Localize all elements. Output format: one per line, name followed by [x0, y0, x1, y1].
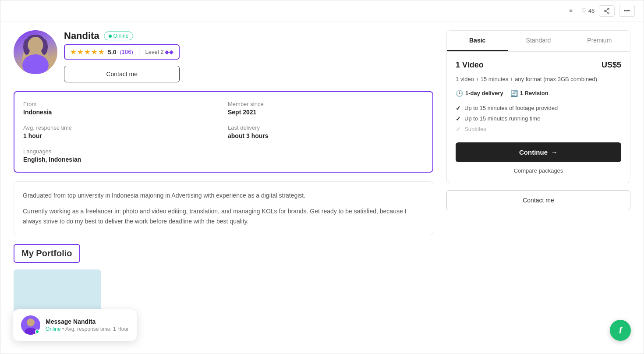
right-contact-button[interactable]: Contact me	[446, 190, 630, 210]
popup-online-dot	[35, 329, 39, 334]
svg-point-6	[22, 54, 49, 74]
left-column: Nandita Online ★ ★ ★ ★ ★	[14, 30, 433, 335]
rating-number: 5.0	[108, 49, 116, 56]
online-dot	[109, 35, 112, 38]
tab-basic[interactable]: Basic	[447, 31, 508, 51]
clock-icon: 🕐	[456, 90, 463, 97]
bio-paragraph-2: Currently working as a freelancer in: ph…	[23, 206, 424, 226]
portfolio-title: My Portfolio	[14, 244, 80, 263]
delivery-time: 🕐 1-day delivery	[456, 90, 503, 97]
heart-icon[interactable]: ♡	[581, 7, 587, 14]
info-card: From Indonesia Member since Sept 2021 Av…	[14, 91, 433, 173]
check-icon-1: ✓	[456, 105, 461, 112]
svg-point-12	[27, 319, 35, 326]
info-member-since: Member since Sept 2021	[228, 101, 424, 116]
share-button[interactable]	[599, 5, 615, 17]
package-title: 1 Video	[456, 60, 484, 70]
feature-subtitles: ✓ Subtitles	[456, 124, 621, 135]
profile-header: Nandita Online ★ ★ ★ ★ ★	[14, 30, 433, 82]
package-title-row: 1 Video US$5	[456, 60, 621, 70]
continue-button[interactable]: Continue →	[456, 142, 621, 162]
feature-runtime: ✓ Up to 15 minutes running time	[456, 113, 621, 124]
svg-point-10	[41, 39, 48, 55]
tab-standard[interactable]: Standard	[508, 31, 569, 51]
avatar-image	[14, 30, 57, 74]
name-row: Nandita Online	[64, 30, 180, 42]
info-languages: Languages English, Indonesian	[23, 148, 219, 163]
avatar-wrapper	[14, 30, 57, 74]
popup-avatar	[21, 315, 40, 335]
svg-point-0	[608, 8, 609, 10]
right-column: Basic Standard Premium 1 Video US$5 1 vi…	[446, 30, 630, 335]
more-options-button[interactable]: •••	[619, 5, 635, 17]
menu-icon[interactable]: ≡	[565, 5, 577, 16]
svg-point-7	[28, 38, 43, 53]
contact-me-button[interactable]: Contact me	[64, 66, 180, 82]
top-nav: ≡ ♡ 46 •••	[0, 0, 644, 21]
profile-info: Nandita Online ★ ★ ★ ★ ★	[64, 30, 180, 82]
package-description: 1 video + 15 minutes + any format (max 3…	[456, 75, 621, 84]
fab-button[interactable]: f	[610, 320, 631, 341]
tab-premium[interactable]: Premium	[569, 31, 630, 51]
svg-point-9	[23, 39, 30, 55]
avatar	[14, 30, 57, 74]
arrow-icon: →	[551, 149, 558, 156]
info-from: From Indonesia	[23, 101, 219, 116]
rating-count: (186)	[120, 49, 133, 55]
compare-packages-link[interactable]: Compare packages	[456, 167, 621, 174]
svg-line-4	[606, 9, 608, 10]
stars: ★ ★ ★ ★ ★	[70, 48, 104, 56]
info-response-time: Avg. response time 1 hour	[23, 124, 219, 139]
popup-name: Message Nandita	[46, 318, 129, 325]
svg-point-2	[608, 12, 609, 14]
check-icon-2: ✓	[456, 115, 461, 122]
message-popup[interactable]: Message Nandita Online • Avg. response t…	[13, 309, 137, 341]
info-last-delivery: Last delivery about 3 hours	[228, 124, 424, 139]
delivery-row: 🕐 1-day delivery 🔄 1 Revision	[456, 90, 621, 97]
package-card: Basic Standard Premium 1 Video US$5 1 vi…	[446, 30, 630, 183]
popup-sub: Online • Avg. response time: 1 Hour	[46, 326, 129, 332]
svg-point-1	[605, 10, 606, 12]
revisions: 🔄 1 Revision	[510, 90, 548, 97]
fab-icon: f	[619, 326, 622, 336]
revision-icon: 🔄	[510, 90, 518, 97]
main-layout: Nandita Online ★ ★ ★ ★ ★	[0, 21, 644, 344]
popup-text: Message Nandita Online • Avg. response t…	[46, 318, 129, 332]
features-list: ✓ Up to 15 minutes of footage provided ✓…	[456, 103, 621, 135]
package-price: US$5	[602, 60, 621, 70]
rating-row: ★ ★ ★ ★ ★ 5.0 (186) | Level 2 ◆◆	[64, 44, 180, 60]
bio-card: Graduated from top university in Indones…	[14, 181, 433, 235]
feature-footage: ✓ Up to 15 minutes of footage provided	[456, 103, 621, 113]
bio-paragraph-1: Graduated from top university in Indones…	[23, 191, 424, 200]
heart-count: ♡ 46	[581, 7, 594, 14]
package-content: 1 Video US$5 1 video + 15 minutes + any …	[447, 52, 630, 183]
check-icon-3: ✓	[456, 126, 461, 133]
online-badge: Online	[104, 32, 134, 40]
svg-line-3	[606, 11, 608, 12]
level-badge: Level 2 ◆◆	[145, 49, 174, 55]
svg-point-8	[27, 35, 44, 45]
profile-name: Nandita	[64, 30, 99, 42]
tabs-row: Basic Standard Premium	[447, 31, 630, 52]
